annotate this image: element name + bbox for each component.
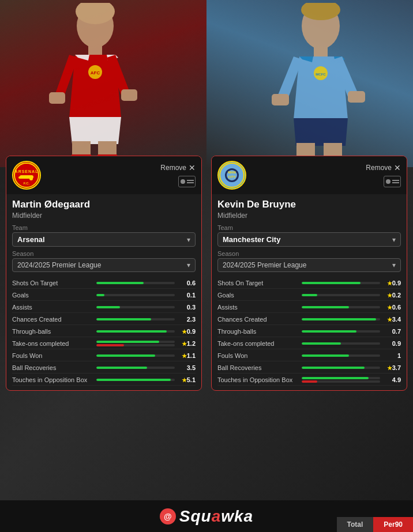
stat-bar-green-bg (96, 341, 175, 343)
stat-row: Assists★0.6 (217, 301, 401, 313)
team-select-left[interactable]: Arsenal ▾ (12, 232, 196, 247)
remove-label-right: Remove (366, 164, 392, 172)
svg-point-38 (29, 177, 33, 180)
stat-value: 2.3 (178, 316, 196, 323)
svg-marker-27 (294, 118, 348, 146)
stat-bar-green-bg (302, 318, 380, 320)
id-card-icon-right[interactable] (384, 176, 401, 187)
chevron-down-icon-season-right: ▾ (392, 261, 396, 269)
id-line-1-left (187, 180, 194, 181)
cards-container: ARSENAL F.C. Remove ✕ (0, 156, 413, 391)
team-value-right: Manchester City (223, 235, 280, 244)
stats-container-right: Shots On Target★0.9Goals★0.2Assists★0.6C… (217, 277, 401, 386)
card-header-right-right: Remove ✕ (366, 163, 401, 187)
stat-bar-green-bg (302, 294, 380, 296)
id-card-icon-left[interactable] (178, 176, 196, 187)
stat-row: Fouls Won1 (217, 349, 401, 361)
stat-bar-green-fill (302, 306, 349, 308)
stat-bar-green-bg (96, 367, 175, 369)
chevron-down-icon-team-left: ▾ (187, 236, 190, 244)
stat-bar-green-fill (302, 318, 376, 320)
id-circle-left (181, 179, 185, 184)
stat-label: Ball Recoveries (12, 364, 93, 371)
stat-value: ★1.1 (178, 352, 196, 359)
svg-rect-37 (18, 176, 22, 179)
stat-bar-red-bg (302, 380, 380, 383)
mancity-logo: MAN CITY (217, 161, 246, 190)
stat-bar-green-fill (96, 318, 151, 320)
stat-bar-red-bg (96, 344, 175, 346)
stat-label: Through-balls (217, 328, 298, 335)
card-header-right-left: Remove ✕ (160, 163, 196, 187)
svg-text:ARSENAL: ARSENAL (15, 169, 39, 173)
stat-bar-container (302, 352, 380, 360)
stat-bar-green-bg (96, 294, 175, 296)
bottom-tabs: Total Per90 (337, 517, 413, 532)
season-label-right: Season (217, 250, 401, 257)
player-name-right: Kevin De Bruyne (217, 199, 401, 210)
stat-bar-container (96, 352, 175, 360)
stat-row: Ball Recoveries3.5 (12, 361, 196, 373)
left-player-silhouette: AFC (23, 3, 167, 159)
stat-label: Shots On Target (217, 280, 298, 286)
squawka-icon: @ (160, 508, 176, 525)
remove-label-left: Remove (160, 164, 186, 172)
stat-label: Take-ons completed (12, 340, 93, 347)
stat-row: Ball Recoveries★3.7 (217, 361, 401, 373)
player-card-odegaard: ARSENAL F.C. Remove ✕ (6, 156, 202, 391)
stat-row: Shots On Target★0.9 (217, 277, 401, 289)
stat-row: Goals0.1 (12, 289, 196, 301)
tab-total[interactable]: Total (337, 517, 374, 532)
stat-row: Fouls Won★1.1 (12, 349, 196, 361)
card-header-right: MAN CITY Remove ✕ (212, 156, 407, 194)
stat-bar-container (302, 315, 380, 323)
stat-bar-container (96, 291, 175, 299)
svg-text:CITY: CITY (228, 175, 236, 179)
svg-rect-2 (88, 44, 102, 55)
stat-label: Assists (12, 304, 93, 311)
stat-bar-green-bg (302, 342, 380, 345)
stat-value: ★5.1 (178, 376, 196, 383)
stat-bar-green-fill (302, 282, 361, 284)
id-lines-right (392, 180, 399, 183)
stat-value: 3.5 (178, 364, 196, 371)
stat-bar-container (96, 339, 175, 348)
stat-bar-green-bg (96, 379, 175, 381)
remove-button-right[interactable]: Remove ✕ (366, 163, 401, 172)
stat-value: 0.1 (178, 292, 196, 299)
stat-bar-green-bg (302, 282, 380, 284)
stat-bar-green-bg (302, 354, 380, 357)
stat-row: Touches in Opposition Box4.9 (217, 373, 401, 386)
card-body-left: Martin Ødegaard Midfielder Team Arsenal … (6, 194, 201, 390)
svg-rect-19 (314, 46, 328, 56)
season-select-right[interactable]: 2024/2025 Premier League ▾ (217, 258, 401, 272)
remove-button-left[interactable]: Remove ✕ (160, 163, 196, 172)
star-icon: ★ (182, 341, 187, 347)
stat-value: ★0.2 (384, 292, 401, 299)
season-value-right: 2024/2025 Premier League (223, 261, 306, 269)
stat-row: Assists0.3 (12, 301, 196, 313)
stat-label: Touches in Opposition Box (12, 376, 93, 383)
season-select-left[interactable]: 2024/2025 Premier League ▾ (12, 258, 196, 272)
svg-text:MAN: MAN (228, 171, 236, 174)
stat-label: Fouls Won (12, 352, 93, 359)
id-lines-left (187, 180, 194, 183)
stat-value: ★0.9 (178, 328, 196, 335)
stat-bar-green-fill (96, 294, 104, 296)
player-card-debruyne: MAN CITY Remove ✕ Kevin De Br (211, 156, 407, 391)
stat-label: Fouls Won (217, 352, 298, 359)
squawka-wordmark: Squawka (179, 507, 253, 526)
tab-per90[interactable]: Per90 (373, 517, 413, 532)
stat-bar-green-fill (96, 282, 144, 284)
stat-bar-green-bg (302, 330, 380, 333)
stat-bar-green-bg (96, 306, 175, 308)
close-icon-left: ✕ (189, 163, 196, 172)
stat-bar-green-fill (302, 354, 349, 357)
stat-bar-container (96, 279, 175, 287)
stat-bar-container (302, 364, 380, 372)
svg-text:F.C.: F.C. (24, 182, 30, 185)
team-select-right[interactable]: Manchester City ▾ (217, 232, 401, 247)
stat-value: ★3.4 (384, 316, 401, 323)
svg-rect-24 (272, 94, 289, 105)
stat-value: ★0.9 (384, 280, 401, 286)
